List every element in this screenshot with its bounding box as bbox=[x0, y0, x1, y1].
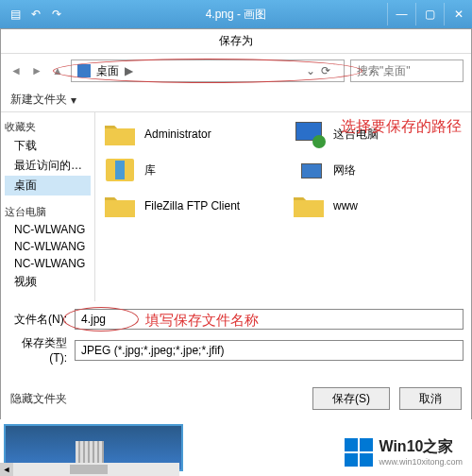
filename-label: 文件名(N): bbox=[8, 312, 67, 328]
desktop-icon bbox=[77, 64, 91, 77]
sidebar-item-downloads[interactable]: 下载 bbox=[5, 136, 91, 156]
library-icon bbox=[103, 156, 137, 184]
windows-icon bbox=[345, 438, 373, 467]
scroll-left-button[interactable]: ◄ bbox=[0, 463, 13, 476]
filetype-select[interactable] bbox=[75, 340, 464, 361]
breadcrumb-bar[interactable]: 桌面 ▶ ⌄ ⟳ bbox=[71, 60, 345, 82]
window-title: 4.png - 画图 bbox=[206, 7, 267, 23]
toolbar: 新建文件夹 ▾ bbox=[1, 88, 471, 112]
filename-input[interactable] bbox=[75, 309, 464, 330]
chevron-right-icon[interactable]: ▶ bbox=[125, 64, 133, 77]
app-titlebar: ▤ ↶ ↷ 4.png - 画图 — ▢ ✕ bbox=[0, 0, 472, 28]
item-label: FileZilla FTP Client bbox=[144, 199, 240, 212]
back-button[interactable]: ◄ bbox=[8, 63, 24, 78]
search-input[interactable] bbox=[350, 60, 464, 82]
libraries-item[interactable]: 库 bbox=[103, 156, 263, 184]
forward-button[interactable]: ► bbox=[29, 63, 44, 78]
redo-icon[interactable]: ↷ bbox=[49, 7, 64, 22]
hide-folders-link[interactable]: 隐藏文件夹 bbox=[10, 391, 67, 407]
sidebar-item-pc[interactable]: NC-WLWANG bbox=[5, 238, 91, 255]
logo-text: Win10之家 bbox=[379, 437, 463, 457]
maximize-button[interactable]: ▢ bbox=[415, 3, 444, 26]
scroll-thumb[interactable] bbox=[70, 465, 108, 474]
new-folder-button[interactable]: 新建文件夹 bbox=[10, 92, 67, 108]
bottom-area: ◄ Win10之家 www.win10xitong.com bbox=[0, 419, 472, 476]
item-label: 库 bbox=[144, 162, 156, 178]
item-label: www bbox=[333, 199, 358, 212]
filename-form: 填写保存文件名称 文件名(N): 保存类型(T): bbox=[1, 301, 471, 378]
undo-icon[interactable]: ↶ bbox=[28, 7, 43, 22]
logo-url: www.win10xitong.com bbox=[379, 457, 463, 467]
folder-icon bbox=[103, 192, 137, 220]
network-item[interactable]: 网络 bbox=[292, 156, 452, 184]
cancel-button[interactable]: 取消 bbox=[399, 387, 462, 410]
breadcrumb-item[interactable]: 桌面 bbox=[96, 63, 119, 79]
dialog-footer: 隐藏文件夹 保存(S) 取消 bbox=[1, 378, 471, 419]
folder-icon bbox=[292, 192, 326, 220]
sidebar-item-recent[interactable]: 最近访问的位置 bbox=[5, 156, 91, 176]
sidebar-item-desktop[interactable]: 桌面 bbox=[5, 176, 91, 196]
minimize-button[interactable]: — bbox=[387, 3, 415, 26]
chevron-down-icon[interactable]: ▾ bbox=[71, 94, 76, 107]
computer-icon bbox=[292, 120, 326, 148]
sidebar-item-pc[interactable]: NC-WLWANG bbox=[5, 255, 91, 272]
watermark-logo: Win10之家 www.win10xitong.com bbox=[345, 437, 463, 467]
breadcrumb-dropdown[interactable]: ⌄ bbox=[306, 64, 315, 77]
sidebar-item-video[interactable]: 视频 bbox=[5, 272, 91, 292]
file-icon[interactable]: ▤ bbox=[8, 7, 23, 22]
folder-item[interactable]: FileZilla FTP Client bbox=[103, 192, 263, 220]
save-button[interactable]: 保存(S) bbox=[312, 387, 390, 410]
close-button[interactable]: ✕ bbox=[444, 3, 472, 26]
file-list: 选择要保存的路径 Administrator 这台电脑 库 网络 bbox=[95, 112, 471, 301]
dialog-title: 保存为 bbox=[1, 29, 471, 54]
horizontal-scrollbar[interactable]: ◄ bbox=[0, 463, 179, 476]
annotation-text-path: 选择要保存的路径 bbox=[341, 117, 462, 137]
up-button[interactable]: ▲ bbox=[50, 63, 65, 78]
sidebar-thispc[interactable]: 这台电脑 bbox=[5, 205, 91, 219]
item-label: 网络 bbox=[333, 162, 356, 178]
folder-item[interactable]: www bbox=[292, 192, 452, 220]
filetype-label: 保存类型(T): bbox=[8, 335, 67, 365]
network-icon bbox=[292, 156, 326, 184]
sidebar: 收藏夹 下载 最近访问的位置 桌面 这台电脑 NC-WLWANG NC-WLWA… bbox=[1, 112, 95, 301]
folder-icon bbox=[103, 120, 137, 148]
folder-item[interactable]: Administrator bbox=[103, 120, 263, 148]
save-as-dialog: 保存为 ◄ ► ▲ 桌面 ▶ ⌄ ⟳ 新建文件夹 ▾ 收藏夹 下载 最近访问的位… bbox=[0, 28, 472, 420]
sidebar-favorites[interactable]: 收藏夹 bbox=[5, 120, 91, 134]
item-label: Administrator bbox=[144, 128, 211, 141]
address-bar-row: ◄ ► ▲ 桌面 ▶ ⌄ ⟳ bbox=[1, 54, 471, 88]
refresh-button[interactable]: ⟳ bbox=[321, 64, 338, 77]
sidebar-item-pc[interactable]: NC-WLWANG bbox=[5, 221, 91, 238]
